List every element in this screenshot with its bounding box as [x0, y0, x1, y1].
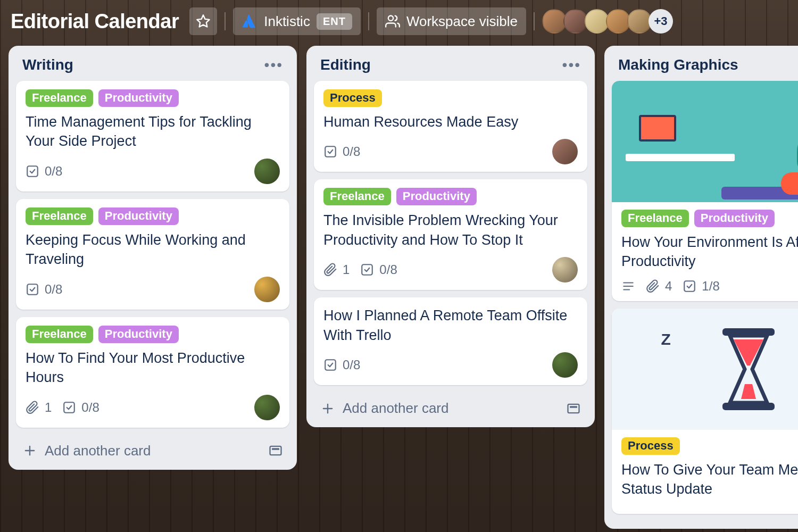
- checklist-icon: [62, 401, 76, 414]
- paperclip-icon: [323, 263, 337, 277]
- card-member-avatar[interactable]: [254, 159, 280, 184]
- card-title: How To Give Your Team Meaningful Status …: [621, 460, 798, 499]
- paperclip-icon: [26, 401, 39, 414]
- card-title: Keeping Focus While Working and Travelin…: [26, 230, 280, 269]
- card-member-avatar[interactable]: [254, 277, 280, 302]
- card[interactable]: Freelance Productivity Time Management T…: [16, 81, 289, 192]
- checklist-badge: 0/8: [323, 358, 360, 372]
- workspace-name: Inktistic: [264, 13, 310, 30]
- checklist-badge: 1/8: [683, 279, 719, 294]
- label[interactable]: Productivity: [396, 188, 477, 205]
- member-overflow[interactable]: +3: [649, 9, 673, 34]
- separator: [534, 12, 535, 30]
- card-title: How To Find Your Most Productive Hours: [26, 348, 280, 387]
- checklist-icon: [360, 263, 374, 277]
- card[interactable]: Freelance Productivity The Invisible Pro…: [314, 179, 587, 290]
- list-menu-button[interactable]: •••: [264, 56, 283, 73]
- checklist-icon: [26, 282, 39, 296]
- checklist-icon: [683, 279, 696, 293]
- card-template-button[interactable]: [566, 401, 581, 416]
- board-header: Editorial Calendar Inktistic ENT Workspa…: [0, 0, 798, 46]
- workspace-badge: ENT: [317, 13, 352, 30]
- label[interactable]: Productivity: [694, 210, 775, 227]
- member-stack[interactable]: +3: [542, 9, 673, 34]
- visibility-button[interactable]: Workspace visible: [377, 7, 526, 35]
- card[interactable]: How I Planned A Remote Team Offsite With…: [314, 297, 587, 385]
- label[interactable]: Freelance: [26, 207, 93, 225]
- label[interactable]: Freelance: [621, 210, 689, 227]
- people-icon: [385, 14, 400, 29]
- list-title[interactable]: Editing: [320, 56, 371, 73]
- label[interactable]: Freelance: [26, 89, 93, 107]
- card-cover: Z Z: [612, 309, 798, 430]
- list-title[interactable]: Writing: [22, 56, 73, 73]
- star-icon: [196, 14, 211, 29]
- card[interactable]: Z Z Process How To Give Your Team Meanin…: [612, 309, 798, 514]
- svg-rect-15: [570, 406, 577, 408]
- visibility-label: Workspace visible: [406, 13, 518, 30]
- separator: [225, 12, 226, 30]
- checklist-badge: 0/8: [323, 144, 360, 159]
- card[interactable]: Freelance Productivity How Your Environm…: [612, 81, 798, 301]
- svg-rect-10: [362, 265, 373, 276]
- label[interactable]: Productivity: [98, 326, 179, 343]
- card-member-avatar[interactable]: [552, 139, 578, 164]
- list-menu-button[interactable]: •••: [562, 56, 581, 73]
- checklist-badge: 0/8: [62, 400, 99, 415]
- star-button[interactable]: [189, 7, 217, 35]
- atlassian-icon: [242, 13, 257, 29]
- card-member-avatar[interactable]: [552, 352, 578, 378]
- plus-icon: [22, 443, 37, 458]
- svg-point-1: [388, 16, 393, 21]
- card-title: The Invisible Problem Wrecking Your Prod…: [323, 211, 578, 250]
- card-member-avatar[interactable]: [552, 257, 578, 282]
- attachment-badge: 1: [26, 400, 52, 415]
- separator: [368, 12, 369, 30]
- svg-rect-9: [325, 147, 336, 157]
- card-title: Time Management Tips for Tackling Your S…: [26, 112, 280, 151]
- svg-rect-3: [27, 284, 38, 295]
- plus-icon: [320, 401, 335, 416]
- checklist-icon: [323, 145, 337, 159]
- card-title: Human Resources Made Easy: [323, 112, 578, 131]
- svg-rect-7: [270, 446, 281, 455]
- card-title: How I Planned A Remote Team Offsite With…: [323, 306, 578, 345]
- svg-rect-8: [272, 448, 279, 450]
- list-writing: Writing ••• Freelance Productivity Time …: [9, 46, 297, 470]
- label[interactable]: Freelance: [323, 188, 391, 205]
- label[interactable]: Process: [323, 89, 382, 107]
- workspace-button[interactable]: Inktistic ENT: [233, 7, 361, 35]
- label[interactable]: Productivity: [98, 89, 179, 107]
- list-title[interactable]: Making Graphics: [618, 56, 738, 73]
- svg-rect-11: [325, 360, 336, 370]
- add-card-button[interactable]: Add another card: [22, 443, 151, 459]
- svg-rect-4: [64, 402, 75, 413]
- attachment-badge: 1: [323, 262, 350, 277]
- label[interactable]: Productivity: [98, 207, 179, 225]
- svg-rect-19: [685, 281, 695, 292]
- svg-rect-2: [27, 166, 38, 177]
- hourglass-icon: [711, 324, 786, 414]
- template-icon: [268, 443, 283, 458]
- checklist-icon: [26, 164, 39, 178]
- checklist-badge: 0/8: [26, 282, 62, 297]
- card-member-avatar[interactable]: [254, 395, 280, 420]
- checklist-badge: 0/8: [26, 164, 62, 179]
- list-making-graphics: Making Graphics Freelance Productivity H…: [604, 46, 798, 529]
- checklist-badge: 0/8: [360, 262, 397, 277]
- label[interactable]: Process: [621, 437, 680, 455]
- description-badge: [621, 279, 635, 293]
- board-title[interactable]: Editorial Calendar: [11, 10, 182, 33]
- card-title: How Your Environment Is Affecting Your P…: [621, 232, 798, 271]
- svg-marker-0: [197, 15, 210, 27]
- add-card-button[interactable]: Add another card: [320, 400, 448, 417]
- card[interactable]: Freelance Productivity How To Find Your …: [16, 317, 289, 428]
- description-icon: [621, 279, 635, 293]
- svg-rect-14: [568, 404, 579, 413]
- template-icon: [566, 401, 581, 416]
- card-cover: [612, 81, 798, 202]
- label[interactable]: Freelance: [26, 326, 93, 343]
- card[interactable]: Process Human Resources Made Easy 0/8: [314, 81, 587, 172]
- card[interactable]: Freelance Productivity Keeping Focus Whi…: [16, 199, 289, 310]
- card-template-button[interactable]: [268, 443, 283, 458]
